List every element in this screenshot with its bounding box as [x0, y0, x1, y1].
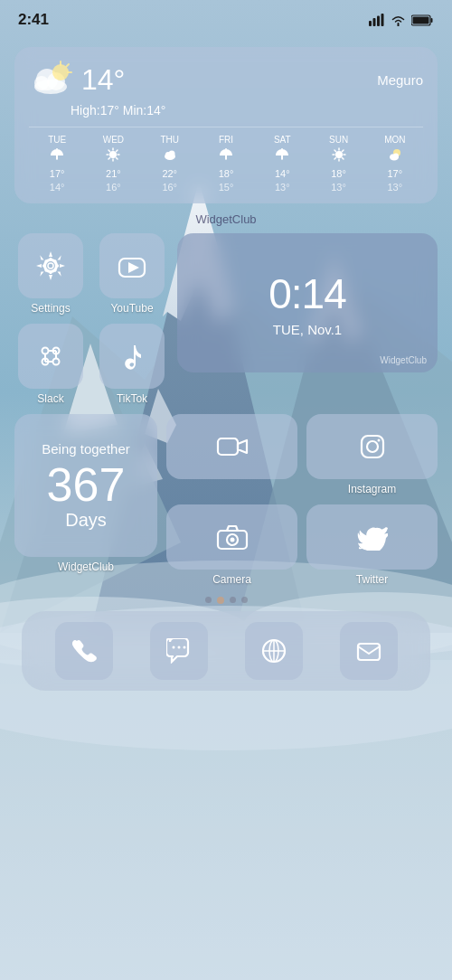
svg-point-45: [335, 151, 343, 158]
twitter-icon-bg: [306, 504, 438, 570]
right-apps: Instagram Camera: [166, 414, 438, 586]
status-bar: 2:41: [0, 0, 452, 40]
svg-rect-63: [42, 265, 46, 268]
svg-rect-93: [358, 644, 380, 660]
app-settings[interactable]: Settings: [14, 233, 87, 315]
svg-rect-62: [50, 270, 52, 274]
weather-day-icon: [219, 147, 233, 165]
weather-temp: 14°: [81, 63, 125, 97]
weather-day-icon: [163, 147, 177, 165]
mini-row-1: Settings YouTube: [14, 233, 168, 315]
instagram-label: Instagram: [348, 483, 396, 495]
weather-day-name: MON: [384, 135, 405, 145]
svg-line-52: [342, 150, 344, 152]
svg-point-25: [34, 80, 67, 94]
dot-4: [241, 597, 248, 603]
settings-icon-bg: [18, 233, 83, 298]
dot-3: [230, 597, 236, 603]
svg-rect-16: [373, 18, 376, 26]
videocamera-icon-bg: [166, 414, 297, 479]
weather-highlow: High:17° Min:14°: [71, 103, 423, 118]
app-youtube[interactable]: YouTube: [96, 233, 168, 315]
weather-day-icon: [275, 147, 289, 165]
svg-rect-20: [431, 18, 433, 23]
weather-day-icon: [106, 147, 120, 165]
weather-day-name: WED: [103, 135, 124, 145]
weather-day-hi: 18°: [331, 168, 346, 179]
mini-row-2: Slack TikTok: [14, 324, 168, 405]
youtube-icon-bg: [99, 233, 165, 298]
main-content: 14° Meguro High:17° Min:14° TUE 17° 14° …: [0, 40, 452, 980]
svg-rect-64: [55, 265, 59, 268]
svg-point-57: [393, 154, 399, 159]
svg-rect-80: [362, 436, 383, 457]
weather-day-hi: 14°: [275, 168, 290, 179]
app-camera[interactable]: Camera: [166, 504, 297, 586]
together-text: Being together: [42, 440, 130, 458]
weather-day-name: TUE: [48, 135, 66, 145]
twitter-label: Twitter: [356, 573, 388, 586]
slack-label: Slack: [37, 392, 63, 405]
weather-day-hi: 17°: [50, 168, 65, 179]
dock-safari[interactable]: [245, 622, 303, 680]
right-row-1: Instagram: [166, 414, 438, 495]
tiktok-label: TikTok: [117, 392, 147, 405]
svg-line-51: [342, 158, 344, 160]
app-twitter[interactable]: Twitter: [306, 504, 438, 586]
svg-line-36: [108, 150, 110, 152]
app-slack[interactable]: Slack: [14, 324, 87, 405]
slack-icon-bg: [18, 324, 83, 389]
dot-1: [205, 597, 212, 603]
weather-day-icon: [50, 147, 64, 165]
app-tiktok[interactable]: TikTok: [96, 324, 168, 405]
youtube-label: YouTube: [110, 302, 153, 315]
svg-line-39: [108, 158, 110, 160]
app-videocamera[interactable]: [166, 414, 297, 495]
weather-day-hi: 17°: [388, 168, 403, 179]
app-instagram[interactable]: Instagram: [306, 414, 438, 495]
svg-point-86: [172, 646, 174, 649]
app-row-1: Settings YouTube: [14, 233, 438, 405]
svg-line-50: [334, 150, 336, 152]
weather-days: TUE 17° 14° WED 21° 16° THU 22° 16° FRI …: [29, 127, 423, 193]
weather-day-name: SUN: [329, 135, 348, 145]
battery-icon: [411, 14, 434, 26]
weather-day-lo: 13°: [331, 182, 346, 193]
svg-marker-70: [128, 262, 139, 273]
svg-point-42: [168, 151, 174, 157]
svg-point-74: [53, 359, 60, 365]
svg-point-88: [183, 646, 185, 649]
clock-date: TUE, Nov.1: [273, 322, 342, 337]
weather-day-lo: 16°: [106, 182, 121, 193]
dock-mail[interactable]: [340, 622, 398, 680]
svg-point-85: [230, 538, 234, 542]
left-col: Settings YouTube: [14, 233, 168, 405]
weather-top: 14° Meguro: [29, 60, 423, 99]
signal-icon: [369, 14, 385, 26]
svg-point-81: [367, 441, 378, 452]
svg-point-87: [177, 646, 180, 649]
weather-day-lo: 13°: [388, 182, 403, 193]
camera-icon-bg: [166, 504, 297, 570]
weather-day-lo: 16°: [162, 182, 177, 193]
svg-point-71: [42, 348, 49, 354]
status-time: 2:41: [18, 11, 49, 29]
camera-label: Camera: [212, 573, 251, 586]
svg-rect-61: [50, 258, 52, 261]
clock-widget[interactable]: 0:14 TUE, Nov.1 WidgetClub: [177, 233, 438, 372]
together-number: 367: [47, 461, 126, 508]
weather-day-item: SAT 14° 13°: [254, 135, 310, 193]
weather-day-lo: 15°: [219, 182, 234, 193]
together-widget[interactable]: Being together 367 Days: [14, 414, 157, 557]
weather-day-item: WED 21° 16°: [85, 135, 141, 193]
svg-point-60: [48, 263, 53, 269]
status-icons: [369, 14, 434, 26]
together-days-label: Days: [65, 510, 107, 531]
weather-day-hi: 21°: [106, 168, 121, 179]
right-row-2: Camera Twitter: [166, 504, 438, 586]
weather-day-item: THU 22° 16°: [142, 135, 198, 193]
weather-widget[interactable]: 14° Meguro High:17° Min:14° TUE 17° 14° …: [14, 47, 438, 203]
svg-line-37: [117, 158, 118, 160]
dock-phone[interactable]: [55, 622, 113, 680]
dock-messages[interactable]: [150, 622, 208, 680]
